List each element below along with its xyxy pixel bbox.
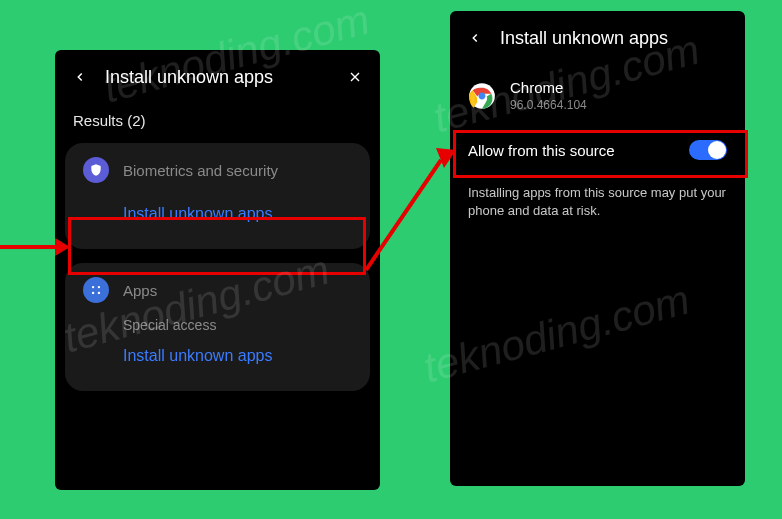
app-info: Chrome 96.0.4664.104	[510, 79, 587, 112]
card-header-label: Biometrics and security	[123, 162, 278, 179]
header: Install unknown apps	[55, 50, 380, 104]
back-icon[interactable]	[69, 66, 91, 88]
results-count: Results (2)	[55, 104, 380, 143]
phone-screenshot-right: Install unknown apps Chrome 96.0.4664.10…	[450, 11, 745, 486]
svg-point-3	[98, 292, 100, 294]
page-title: Install unknown apps	[105, 67, 344, 88]
svg-point-0	[92, 286, 94, 288]
page-title: Install unknown apps	[500, 28, 731, 49]
settings-card-biometrics: Biometrics and security Install unknown …	[65, 143, 370, 249]
shield-icon	[83, 157, 109, 183]
app-name: Chrome	[510, 79, 587, 96]
toggle-label: Allow from this source	[468, 142, 615, 159]
close-icon[interactable]	[344, 66, 366, 88]
special-access-label: Special access	[73, 313, 362, 335]
card-header: Biometrics and security	[73, 157, 362, 193]
app-info-row: Chrome 96.0.4664.104	[450, 65, 745, 126]
card-header-label: Apps	[123, 282, 157, 299]
back-icon[interactable]	[464, 27, 486, 49]
install-unknown-apps-link[interactable]: Install unknown apps	[73, 193, 362, 235]
svg-point-2	[92, 292, 94, 294]
toggle-knob	[708, 141, 726, 159]
chrome-icon	[468, 82, 496, 110]
card-header: Apps	[73, 277, 362, 313]
warning-text: Installing apps from this source may put…	[450, 174, 745, 230]
apps-icon	[83, 277, 109, 303]
settings-card-apps: Apps Special access Install unknown apps	[65, 263, 370, 391]
phone-screenshot-left: Install unknown apps Results (2) Biometr…	[55, 50, 380, 490]
install-unknown-apps-link[interactable]: Install unknown apps	[73, 335, 362, 377]
header: Install unknown apps	[450, 11, 745, 65]
app-version: 96.0.4664.104	[510, 98, 587, 112]
allow-source-toggle[interactable]	[689, 140, 727, 160]
allow-source-row: Allow from this source	[450, 126, 745, 174]
svg-point-1	[98, 286, 100, 288]
